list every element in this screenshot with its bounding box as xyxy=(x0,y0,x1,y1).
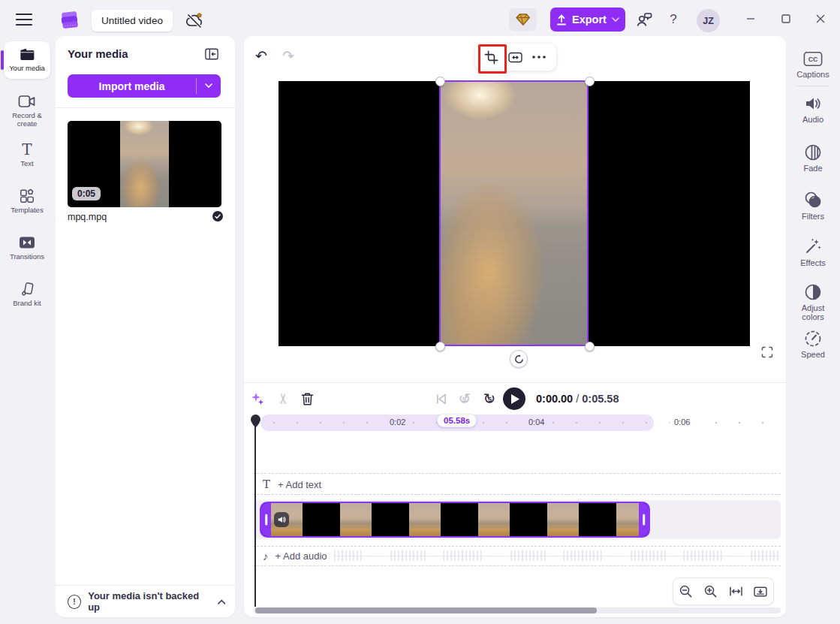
camera-icon xyxy=(0,93,54,110)
templates-icon xyxy=(0,188,54,204)
preview-video-layer[interactable] xyxy=(439,80,589,346)
rail-item-effects[interactable]: Effects xyxy=(786,237,840,268)
window-maximize-button[interactable] xyxy=(775,9,797,29)
ruler-label: 0:02 xyxy=(385,417,410,428)
split-scissors-icon[interactable]: ✂ xyxy=(273,390,293,408)
window-minimize-button[interactable] xyxy=(739,9,762,29)
sidebar-item-your-media[interactable]: Your media xyxy=(0,46,54,73)
export-label: Export xyxy=(572,14,607,26)
alert-icon: ! xyxy=(68,595,81,609)
more-options-icon[interactable] xyxy=(528,47,549,67)
backup-notice-row[interactable]: ! Your media isn't backed up xyxy=(68,592,225,610)
rail-item-fade[interactable]: Fade xyxy=(786,143,840,173)
resize-handle-bottom-left[interactable] xyxy=(435,342,445,351)
clip-audio-icon[interactable] xyxy=(274,512,289,527)
add-text-track[interactable]: T + Add text xyxy=(263,476,321,493)
effects-wand-icon xyxy=(786,237,840,256)
clip-trim-handle-right[interactable] xyxy=(639,503,649,536)
sidebar-item-brand-kit[interactable]: Brand kit xyxy=(0,281,54,308)
help-icon[interactable]: ? xyxy=(665,11,682,29)
audio-speaker-icon xyxy=(786,95,840,113)
upgrade-gem-button[interactable] xyxy=(509,8,537,31)
audio-waveform-baseline xyxy=(323,556,779,556)
captions-icon: CC xyxy=(786,50,840,68)
add-audio-label: + Add audio xyxy=(275,550,327,562)
media-thumbnail[interactable]: 0:05 xyxy=(68,121,221,207)
redo-icon[interactable]: ↷ xyxy=(279,47,297,65)
sidebar-item-transitions[interactable]: Transitions xyxy=(0,234,54,261)
playhead-handle[interactable] xyxy=(250,414,261,429)
undo-icon[interactable]: ↶ xyxy=(252,47,270,65)
filters-icon xyxy=(786,190,840,210)
export-upload-icon xyxy=(556,14,567,26)
backup-notice-text: Your media isn't backed up xyxy=(88,590,207,613)
play-button[interactable] xyxy=(503,387,525,410)
forward-5s-icon[interactable]: ↻ 5 xyxy=(480,389,498,408)
fit-to-width-icon[interactable] xyxy=(726,582,745,601)
feedback-icon[interactable] xyxy=(634,11,654,29)
import-options-chevron[interactable] xyxy=(197,74,221,98)
text-track-icon: T xyxy=(263,478,270,491)
clip-duration-tooltip: 05.58s xyxy=(437,414,477,427)
rail-item-adjust-colors[interactable]: Adjust colors xyxy=(786,283,840,321)
rewind-5s-icon[interactable]: ↺ 5 xyxy=(456,389,474,408)
fade-icon xyxy=(786,143,840,161)
video-title-input[interactable]: Untitled video xyxy=(92,10,173,32)
sidebar-item-templates[interactable]: Templates xyxy=(0,188,54,215)
sidebar-item-text[interactable]: T Text xyxy=(0,141,54,168)
svg-text:CC: CC xyxy=(808,56,818,63)
ai-suggestions-icon[interactable] xyxy=(248,390,266,408)
adjust-colors-icon xyxy=(786,283,840,301)
crop-icon[interactable] xyxy=(481,47,501,67)
clip-filmstrip xyxy=(271,503,639,536)
ruler-label: 0:04 xyxy=(524,417,549,428)
hamburger-menu-icon[interactable] xyxy=(12,11,36,29)
fullscreen-icon[interactable] xyxy=(760,345,775,360)
panel-divider xyxy=(56,107,235,108)
window-close-button[interactable] xyxy=(809,9,832,29)
clipchamp-app: Untitled video Export ? JZ Your media xyxy=(0,0,840,624)
rail-item-filters[interactable]: Filters xyxy=(786,190,840,222)
zoom-to-fit-icon[interactable] xyxy=(751,582,770,601)
speed-gauge-icon xyxy=(786,330,840,348)
resize-handle-top-left[interactable] xyxy=(435,77,445,86)
avatar[interactable]: JZ xyxy=(697,9,720,32)
clip-filename: mpq.mpq xyxy=(68,212,107,222)
cloud-backup-off-icon[interactable] xyxy=(183,11,206,32)
rail-item-audio[interactable]: Audio xyxy=(786,95,840,125)
panel-divider xyxy=(56,585,235,586)
timeline-scrollbar-thumb[interactable] xyxy=(255,607,597,613)
rail-item-speed[interactable]: Speed xyxy=(786,330,840,360)
collapse-panel-icon[interactable] xyxy=(203,46,221,62)
rail-divider xyxy=(797,86,829,86)
resize-handle-top-right[interactable] xyxy=(585,77,595,86)
sidebar-item-record-create[interactable]: Record & create xyxy=(0,93,54,128)
time-separator: / xyxy=(576,393,579,405)
folder-icon xyxy=(0,46,54,62)
avatar-initials: JZ xyxy=(703,16,714,26)
media-panel-title: Your media xyxy=(68,47,128,60)
import-media-label: Import media xyxy=(68,80,196,92)
panel-divider xyxy=(244,382,786,383)
skip-to-start-icon[interactable] xyxy=(432,390,449,407)
delete-trash-icon[interactable] xyxy=(298,389,316,408)
timeline-video-clip[interactable] xyxy=(260,502,650,538)
rotate-handle-icon[interactable] xyxy=(510,350,528,368)
rail-item-captions[interactable]: CC Captions xyxy=(786,50,840,80)
export-chevron-down-icon xyxy=(612,17,619,23)
time-display: 0:00.00 / 0:05.58 xyxy=(536,393,619,405)
video-title-value: Untitled video xyxy=(101,15,163,26)
add-audio-track[interactable]: ♪ + Add audio xyxy=(263,547,333,564)
resize-handle-bottom-right[interactable] xyxy=(585,342,595,351)
export-button[interactable]: Export xyxy=(550,8,625,32)
import-media-button[interactable]: Import media xyxy=(68,74,221,98)
zoom-in-icon[interactable] xyxy=(701,582,721,601)
playhead-line[interactable] xyxy=(254,421,256,607)
chevron-up-icon xyxy=(218,599,225,604)
fit-aspect-icon[interactable] xyxy=(505,47,525,67)
clip-trim-handle-left[interactable] xyxy=(261,503,271,536)
zoom-out-icon[interactable] xyxy=(676,582,696,601)
timeline-zoom-toolbar xyxy=(673,577,774,605)
transitions-icon xyxy=(0,234,54,251)
add-text-label: + Add text xyxy=(278,479,321,490)
